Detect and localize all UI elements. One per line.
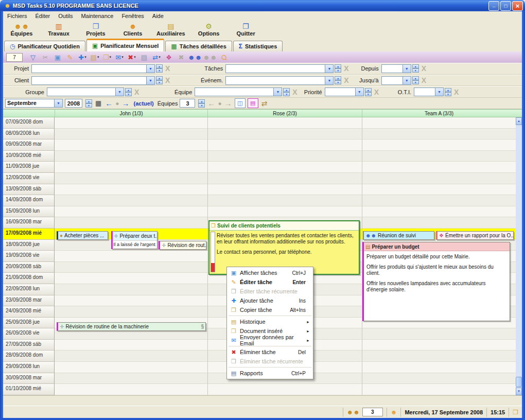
- calendar-cell[interactable]: [55, 284, 207, 295]
- calendar-cell[interactable]: [207, 117, 362, 129]
- calendar-cell[interactable]: [362, 340, 516, 351]
- calendar-cell[interactable]: [207, 206, 362, 218]
- add-task-button[interactable]: ✚: [77, 52, 88, 62]
- calendar-cell[interactable]: [362, 162, 516, 173]
- filter-spinner[interactable]: [156, 76, 163, 84]
- filter-combobox[interactable]: [225, 64, 334, 73]
- dropdown-arrow-icon[interactable]: [273, 88, 282, 96]
- auxiliaires-button[interactable]: ▤ Auxiliaires: [151, 21, 190, 39]
- tab-planificateur-mensuel[interactable]: ▣ Planificateur Mensuel: [86, 39, 164, 51]
- calendar-cell[interactable]: [362, 117, 516, 129]
- previous-team-icon[interactable]: ←: [207, 99, 215, 108]
- tab-taches-detaillees[interactable]: ▦ Tâches détaillées: [165, 41, 232, 51]
- display-tasks-button[interactable]: ▣: [52, 52, 63, 62]
- calendar-cell[interactable]: [362, 384, 516, 395]
- date-cell[interactable]: 10/09/2008 mié: [3, 151, 55, 162]
- calendar-cell[interactable]: [55, 117, 207, 129]
- filter-spinner[interactable]: [412, 76, 419, 84]
- column-header-team-a[interactable]: Team A (3/3): [362, 110, 516, 117]
- delete-task-button[interactable]: ✖: [126, 52, 137, 62]
- dropdown-arrow-icon[interactable]: [325, 65, 333, 73]
- column-header-rose[interactable]: Rose (2/3): [207, 110, 362, 117]
- options-button[interactable]: ⚙ Options: [190, 21, 227, 39]
- date-cell[interactable]: 17/09/2008 mié: [3, 229, 55, 240]
- calendar-cell[interactable]: [55, 295, 207, 307]
- month-select[interactable]: Septembre: [5, 99, 63, 108]
- calendar-cell[interactable]: [362, 173, 516, 184]
- record-count-box[interactable]: 7: [6, 53, 23, 62]
- clients-button[interactable]: ☻ Clients: [114, 21, 151, 39]
- teams-spinner[interactable]: [198, 99, 205, 108]
- context-menu-item[interactable]: [227, 366, 313, 369]
- date-cell[interactable]: 16/09/2008 mar: [3, 217, 55, 229]
- calendar-cell[interactable]: [55, 306, 207, 318]
- print-button[interactable]: ▤: [138, 52, 150, 62]
- clear-filter-icon[interactable]: [422, 76, 426, 84]
- clear-filter-icon[interactable]: [165, 64, 170, 73]
- calendar-icon[interactable]: ▦: [95, 99, 101, 107]
- calendar-cell[interactable]: [362, 129, 516, 140]
- filter-combobox[interactable]: [31, 64, 155, 73]
- refresh-icon[interactable]: ⇄: [261, 99, 268, 108]
- date-cell[interactable]: 28/09/2008 dom: [3, 351, 55, 362]
- filter-spinner[interactable]: [283, 88, 290, 96]
- date-cell[interactable]: 27/09/2008 sáb: [3, 340, 55, 351]
- menu-aide[interactable]: Aide: [148, 12, 168, 20]
- date-cell[interactable]: 14/09/2008 dom: [3, 195, 55, 206]
- users-button[interactable]: ☻☻: [188, 52, 202, 62]
- filter-spinner[interactable]: [445, 88, 451, 96]
- date-cell[interactable]: 21/09/2008 dom: [3, 273, 55, 284]
- date-cell[interactable]: 09/09/2008 mar: [3, 139, 55, 151]
- dropdown-arrow-icon[interactable]: [402, 77, 411, 84]
- scroll-up-icon[interactable]: [516, 117, 522, 125]
- menu-outils[interactable]: Outils: [54, 12, 77, 20]
- date-cell[interactable]: 15/09/2008 lun: [3, 206, 55, 218]
- dropdown-arrow-icon[interactable]: [325, 77, 333, 84]
- context-menu-item[interactable]: ▤ Historique: [227, 317, 313, 326]
- date-cell[interactable]: 22/09/2008 lun: [3, 284, 55, 295]
- vertical-scrollbar[interactable]: [516, 117, 522, 395]
- calendar-cell[interactable]: [55, 151, 207, 162]
- date-cell[interactable]: 26/09/2008 vie: [3, 328, 55, 340]
- menu-maintenance[interactable]: Maintenance: [77, 12, 117, 20]
- context-menu-item[interactable]: ✖ Éliminer tâche Del: [227, 347, 313, 357]
- year-input[interactable]: 2008: [65, 99, 82, 108]
- filter-spinner[interactable]: [335, 76, 341, 84]
- calendar-cell[interactable]: [55, 251, 207, 262]
- calendar-cell[interactable]: [55, 217, 207, 229]
- calendar-cell[interactable]: [55, 184, 207, 196]
- date-cell[interactable]: 01/10/2008 mié: [3, 384, 55, 395]
- projets-button[interactable]: ❒ Projets: [77, 21, 114, 39]
- context-menu-item[interactable]: ✎ Éditer tâche Enter: [227, 277, 313, 287]
- clear-button[interactable]: ✖: [176, 52, 187, 62]
- cut-button[interactable]: ✂: [40, 52, 51, 62]
- calendar-cell[interactable]: [362, 362, 516, 373]
- context-menu-item[interactable]: [227, 314, 313, 317]
- documents-button[interactable]: ❒: [101, 52, 113, 62]
- date-cell[interactable]: 24/09/2008 mié: [3, 306, 55, 318]
- clear-filter-icon[interactable]: [292, 88, 297, 96]
- travaux-button[interactable]: ▥ Travaux: [40, 21, 77, 39]
- dropdown-arrow-icon[interactable]: [115, 88, 124, 96]
- dropdown-arrow-icon[interactable]: [146, 77, 154, 84]
- filter-spinner[interactable]: [125, 88, 132, 96]
- context-menu-item[interactable]: ▣ Afficher tâches Ctrl+J: [227, 268, 313, 277]
- calendar-cell[interactable]: [55, 373, 207, 384]
- calendar-cell[interactable]: [207, 184, 362, 196]
- current-month-icon[interactable]: ●: [115, 100, 119, 107]
- filter-combobox[interactable]: [195, 87, 282, 96]
- calendar-cell[interactable]: [55, 351, 207, 362]
- dropdown-arrow-icon[interactable]: [146, 65, 154, 73]
- filter-spinner[interactable]: [412, 64, 419, 73]
- clear-filter-icon[interactable]: [134, 88, 139, 96]
- calendar-cell[interactable]: [362, 139, 516, 151]
- context-menu-item[interactable]: ✚ Ajouter tâche Ins: [227, 296, 313, 305]
- calendar-cell[interactable]: [362, 328, 516, 340]
- calendar-cell[interactable]: [55, 262, 207, 273]
- date-cell[interactable]: 13/09/2008 sáb: [3, 184, 55, 196]
- calendar-cell[interactable]: [207, 195, 362, 206]
- calendar-cell[interactable]: [55, 384, 207, 395]
- calendar-cell[interactable]: [362, 351, 516, 362]
- filter-combobox[interactable]: [31, 76, 155, 85]
- context-menu-item[interactable]: ▤ Rapports Ctrl+P: [227, 369, 313, 378]
